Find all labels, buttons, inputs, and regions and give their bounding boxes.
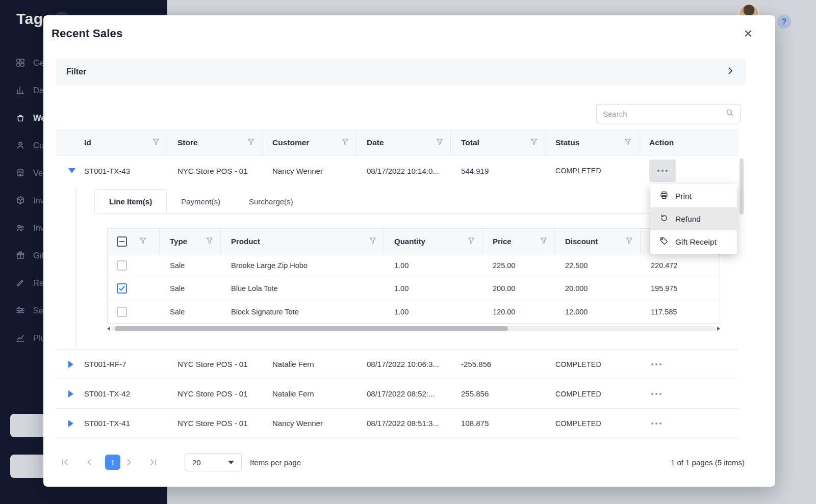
filter-accordion[interactable]: Filter (56, 59, 746, 85)
filter-funnel-icon[interactable] (530, 138, 538, 147)
filter-funnel-icon[interactable] (626, 237, 633, 246)
triangle-right-icon (68, 390, 73, 397)
previous-page-button[interactable] (81, 454, 98, 471)
menu-item-refund[interactable]: Refund (650, 207, 737, 230)
table-row[interactable]: ST001-TX-42 NYC Store POS - 01 Natalie F… (56, 379, 738, 409)
line-item-row[interactable]: Sale Block Signature Tote 1.00 120.00 12… (108, 300, 720, 323)
column-label: Discount (565, 237, 598, 246)
column-header-discount[interactable]: Discount (555, 229, 641, 254)
search-row (43, 104, 741, 123)
search-icon[interactable] (726, 109, 734, 119)
line-discount: 12.000 (555, 300, 641, 323)
line-quantity: 1.00 (384, 300, 482, 323)
filter-funnel-icon[interactable] (139, 237, 146, 246)
column-label: Quantity (394, 237, 425, 246)
horizontal-scrollbar[interactable] (107, 326, 720, 331)
column-label: Status (555, 138, 579, 147)
expand-row-button[interactable] (56, 420, 84, 427)
menu-item-print[interactable]: Print (650, 184, 737, 207)
column-header-product[interactable]: Product (221, 229, 384, 254)
table-row[interactable]: ST001-TX-41 NYC Store POS - 01 Nancy Wen… (56, 409, 738, 438)
tab-line-items[interactable]: Line Item(s) (94, 189, 167, 214)
column-header-store[interactable]: Store (167, 130, 262, 155)
row-checkbox[interactable] (117, 307, 127, 317)
filter-funnel-icon[interactable] (152, 138, 160, 147)
page-size-select[interactable]: 20 (185, 453, 242, 471)
line-item-row[interactable]: Sale Blue Lola Tote 1.00 200.00 20.000 1… (108, 277, 720, 300)
row-actions-button[interactable] (649, 389, 664, 399)
row-actions-button[interactable] (649, 359, 664, 369)
select-all-checkbox[interactable] (117, 236, 127, 247)
search-input[interactable] (603, 110, 726, 118)
column-header-total[interactable]: Total (451, 130, 545, 155)
status-badge: COMPLETED (555, 167, 601, 175)
column-header-date[interactable]: Date (356, 130, 451, 155)
scrollbar-track[interactable] (111, 326, 716, 331)
scroll-right-icon[interactable] (717, 327, 720, 331)
row-id: ST001-TX-43 (84, 167, 130, 175)
filter-funnel-icon[interactable] (206, 237, 213, 246)
filter-funnel-icon[interactable] (436, 138, 443, 147)
expand-row-button[interactable] (56, 361, 84, 368)
row-actions-menu: Print Refund Gift Receipt (650, 184, 737, 254)
row-actions-button[interactable] (649, 418, 664, 429)
scrollbar-thumb[interactable] (740, 158, 744, 215)
row-checkbox[interactable] (117, 260, 127, 271)
scrollbar-thumb[interactable] (115, 326, 508, 331)
line-item-row[interactable]: Sale Brooke Large Zip Hobo 1.00 225.00 2… (108, 254, 720, 277)
column-header-type[interactable]: Type (160, 229, 221, 254)
row-customer: Nancy Wenner (262, 409, 356, 438)
row-total: 255.856 (451, 379, 545, 408)
close-button[interactable]: × (744, 26, 752, 41)
scroll-left-icon[interactable] (107, 327, 110, 331)
chevron-right-icon (726, 67, 734, 77)
last-page-button[interactable] (145, 454, 162, 471)
column-header-price[interactable]: Price (482, 229, 555, 254)
filter-funnel-icon[interactable] (369, 237, 376, 246)
row-store: NYC Store POS - 01 (167, 155, 262, 186)
row-customer: Natalie Fern (262, 350, 356, 379)
filter-funnel-icon[interactable] (624, 138, 631, 147)
chevron-down-icon (228, 461, 234, 464)
line-type: Sale (160, 300, 221, 323)
line-discount: 22.500 (555, 254, 641, 277)
line-price: 225.00 (482, 254, 555, 277)
line-total: 220.472 (641, 254, 720, 277)
filter-funnel-icon[interactable] (468, 237, 475, 246)
collapse-row-button[interactable] (56, 168, 84, 173)
table-row[interactable]: ST001-TX-43 NYC Store POS - 01 Nancy Wen… (56, 155, 738, 186)
column-label: Id (84, 138, 91, 147)
status-badge: COMPLETED (555, 390, 601, 398)
vertical-scrollbar[interactable] (738, 130, 745, 438)
first-page-button[interactable] (56, 454, 73, 471)
detail-tabs: Line Item(s) Payment(s) Surcharge(s) (94, 189, 720, 214)
line-quantity: 1.00 (384, 254, 482, 277)
row-checkbox[interactable] (117, 283, 127, 294)
menu-item-gift-receipt[interactable]: Gift Receipt (650, 230, 737, 253)
column-label: Type (170, 237, 187, 246)
filter-funnel-icon[interactable] (540, 237, 547, 246)
row-date: 08/17/2022 08:51:3... (356, 409, 451, 438)
column-label: Action (649, 138, 674, 147)
column-label: Date (367, 138, 384, 147)
line-product: Blue Lola Tote (221, 277, 384, 300)
column-header-customer[interactable]: Customer (262, 130, 356, 155)
page-number-button[interactable]: 1 (105, 455, 120, 470)
expand-row-button[interactable] (56, 390, 84, 397)
column-header-quantity[interactable]: Quantity (384, 229, 482, 254)
filter-funnel-icon[interactable] (342, 138, 349, 147)
column-header-id[interactable]: Id (56, 130, 167, 155)
triangle-right-icon (68, 420, 73, 427)
line-price: 120.00 (482, 300, 555, 323)
row-actions-button[interactable] (649, 160, 676, 182)
row-customer: Nancy Wenner (262, 155, 356, 186)
column-header-status[interactable]: Status (545, 130, 639, 155)
tab-surcharges[interactable]: Surcharge(s) (235, 189, 308, 214)
table-row[interactable]: ST001-RF-7 NYC Store POS - 01 Natalie Fe… (56, 350, 738, 379)
next-page-button[interactable] (120, 454, 138, 471)
status-badge: COMPLETED (555, 360, 601, 368)
row-total: 108.875 (451, 409, 545, 438)
tab-payments[interactable]: Payment(s) (167, 189, 235, 214)
filter-funnel-icon[interactable] (247, 138, 254, 147)
line-product: Brooke Large Zip Hobo (221, 254, 384, 277)
